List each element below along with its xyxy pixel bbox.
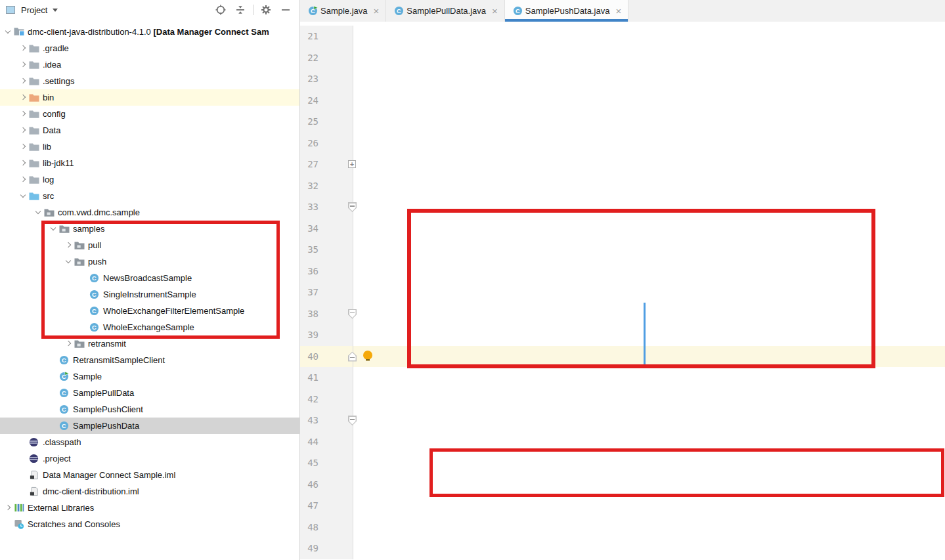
code-line-39[interactable]: 39: [300, 324, 945, 346]
chevron-right-icon[interactable]: [18, 158, 29, 169]
panel-title[interactable]: Project: [21, 5, 47, 15]
code-line-42[interactable]: 42: [300, 389, 945, 410]
chevron-right-icon[interactable]: [63, 339, 74, 349]
editor-tab-bar: CSample.java×CSamplePullData.java×CSampl…: [300, 0, 945, 22]
tree-item-external-libraries[interactable]: External Libraries: [0, 500, 299, 516]
code-line-40[interactable]: 40: [300, 346, 945, 368]
tree-item-sample[interactable]: CSample: [0, 368, 299, 385]
tree-item-lib-jdk11[interactable]: lib-jdk11: [0, 155, 299, 171]
fold-collapse-icon[interactable]: [348, 202, 357, 212]
editor-tab-samplepushdata-java[interactable]: CSamplePushData.java×: [505, 0, 628, 22]
tree-item-newsbroadcastsample[interactable]: CNewsBroadcastSample: [0, 270, 299, 286]
code-line-25[interactable]: 25: [300, 111, 945, 133]
tree-item-idea[interactable]: .idea: [0, 56, 299, 73]
tree-item-data-manager-connect-sample-iml[interactable]: Data Manager Connect Sample.iml: [0, 467, 299, 483]
chevron-down-icon[interactable]: [53, 9, 58, 12]
code-line-49[interactable]: 49: [300, 538, 945, 559]
tree-item-samplepulldata[interactable]: CSamplePullData: [0, 385, 299, 401]
code-line-36[interactable]: 36: [300, 261, 945, 282]
editor-tab-samplepulldata-java[interactable]: CSamplePullData.java×: [386, 0, 504, 22]
code-line-23[interactable]: 23: [300, 68, 945, 90]
tree-item-data[interactable]: Data: [0, 122, 299, 139]
tree-item-retransmit[interactable]: retransmit: [0, 335, 299, 352]
tree-item-dmc-client-java-distribution-4-1-0[interactable]: dmc-client-java-distribution-4.1.0 [Data…: [0, 24, 299, 40]
tree-item-config[interactable]: config: [0, 106, 299, 122]
fold-end-icon[interactable]: [348, 352, 357, 362]
tree-item-push[interactable]: push: [0, 253, 299, 270]
line-number: 33: [300, 196, 353, 218]
chevron-right-icon[interactable]: [18, 43, 29, 54]
project-tree[interactable]: dmc-client-java-distribution-4.1.0 [Data…: [0, 24, 299, 532]
editor-area[interactable]: CSample.java×CSamplePullData.java×CSampl…: [300, 0, 945, 560]
tree-item-src[interactable]: src: [0, 188, 299, 204]
chevron-right-icon[interactable]: [63, 240, 74, 251]
tree-item-retransmitsampleclient[interactable]: CRetransmitSampleClient: [0, 352, 299, 368]
code-line-43[interactable]: 43: [300, 410, 945, 431]
tab-close-icon[interactable]: ×: [492, 6, 498, 16]
code-line-24[interactable]: 24: [300, 90, 945, 112]
line-number: 25: [300, 111, 353, 133]
chevron-right-icon[interactable]: [18, 60, 29, 70]
code-line-21[interactable]: 21: [300, 26, 945, 47]
tree-item-dmc-client-distribution-iml[interactable]: dmc-client-distribution.iml: [0, 483, 299, 500]
fold-expand-icon[interactable]: +: [348, 160, 356, 168]
tree-item-classpath[interactable]: .classpath: [0, 434, 299, 450]
tab-close-icon[interactable]: ×: [615, 6, 621, 16]
chevron-right-icon[interactable]: [18, 109, 29, 119]
code-line-27[interactable]: 27+: [300, 154, 945, 175]
chevron-right-icon[interactable]: [3, 503, 14, 513]
tree-item-label: samples: [72, 224, 104, 234]
chevron-down-icon[interactable]: [3, 27, 14, 37]
tree-item-wholeexchangefilterelementsample[interactable]: CWholeExchangeFilterElementSample: [0, 303, 299, 319]
fold-collapse-icon[interactable]: [348, 416, 357, 425]
chevron-right-icon[interactable]: [18, 125, 29, 136]
tree-item-scratches-and-consoles[interactable]: Scratches and Consoles: [0, 516, 299, 532]
code-line-35[interactable]: 35: [300, 239, 945, 261]
intention-bulb-icon[interactable]: [363, 351, 372, 360]
tree-item-samples[interactable]: samples: [0, 221, 299, 237]
tree-item-bin[interactable]: bin: [0, 89, 299, 106]
code-editor[interactable]: 21222324252627+3233343536373839404142434…: [300, 22, 945, 559]
tree-item-samplepushdata[interactable]: CSamplePushData: [0, 418, 299, 434]
code-line-38[interactable]: 38: [300, 303, 945, 325]
tree-item-log[interactable]: log: [0, 171, 299, 188]
collapse-all-icon[interactable]: [235, 5, 246, 15]
fold-collapse-icon[interactable]: [348, 309, 357, 319]
code-line-41[interactable]: 41: [300, 367, 945, 389]
tree-item-com-vwd-dmc-sample[interactable]: com.vwd.dmc.sample: [0, 204, 299, 221]
code-line-45[interactable]: 45: [300, 452, 945, 474]
tree-item-wholeexchangesample[interactable]: CWholeExchangeSample: [0, 319, 299, 335]
chevron-down-icon[interactable]: [18, 191, 29, 202]
chevron-right-icon[interactable]: [18, 175, 29, 185]
tree-item-singleinstrumentsample[interactable]: CSingleInstrumentSample: [0, 286, 299, 303]
chevron-right-icon[interactable]: [18, 93, 29, 103]
tree-item-gradle[interactable]: .gradle: [0, 40, 299, 56]
tree-item-project[interactable]: .project: [0, 450, 299, 467]
code-line-26[interactable]: 26: [300, 133, 945, 154]
code-line-46[interactable]: 46: [300, 474, 945, 496]
code-line-48[interactable]: 48: [300, 517, 945, 538]
editor-tab-sample-java[interactable]: CSample.java×: [300, 0, 386, 22]
code-line-44[interactable]: 44: [300, 431, 945, 453]
locate-icon[interactable]: [215, 5, 226, 15]
tree-item-pull[interactable]: pull: [0, 237, 299, 253]
gear-icon[interactable]: [261, 5, 271, 15]
tree-item-samplepushclient[interactable]: CSamplePushClient: [0, 401, 299, 418]
code-line-32[interactable]: 32: [300, 175, 945, 197]
tree-item-lib[interactable]: lib: [0, 139, 299, 155]
change-bar: [644, 303, 646, 366]
code-line-47[interactable]: 47: [300, 495, 945, 517]
code-line-33[interactable]: 33: [300, 196, 945, 218]
chevron-right-icon[interactable]: [18, 76, 29, 87]
hide-panel-icon[interactable]: [280, 5, 291, 15]
chevron-down-icon[interactable]: [33, 207, 44, 218]
code-line-34[interactable]: 34: [300, 218, 945, 240]
code-line-22[interactable]: 22: [300, 47, 945, 69]
code-line-37[interactable]: 37: [300, 282, 945, 303]
chevron-down-icon[interactable]: [63, 257, 74, 267]
tab-close-icon[interactable]: ×: [374, 6, 380, 16]
chevron-right-icon[interactable]: [18, 142, 29, 152]
folder-src-icon: [29, 191, 42, 202]
chevron-down-icon[interactable]: [48, 224, 59, 234]
tree-item-settings[interactable]: .settings: [0, 73, 299, 89]
